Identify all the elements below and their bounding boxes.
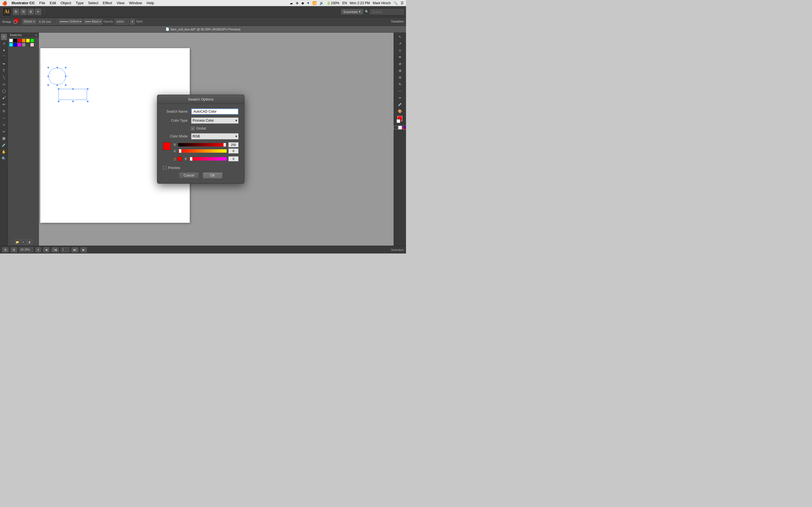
fill-stroke-boxes — [13, 18, 21, 25]
slider-section: R G — [173, 142, 239, 154]
right-select-tool[interactable]: ↖ — [397, 34, 403, 40]
gradient-tool[interactable]: ▦ — [1, 135, 7, 142]
direct-select-tool[interactable]: ↗ — [1, 41, 7, 47]
grid-btn[interactable]: ⊞ — [28, 9, 34, 15]
stroke-style-dropdown[interactable]: Basic ▾ — [84, 19, 102, 24]
menu-view[interactable]: View — [117, 1, 124, 5]
menu-hamburger-icon[interactable]: ☰ — [401, 1, 404, 5]
arrange-btn[interactable]: ⊞ — [11, 247, 17, 252]
scale-tool[interactable]: ⤡ — [1, 122, 7, 128]
color-mode-row: Color Mode: RGB ▾ — [163, 133, 239, 139]
blend-tool[interactable]: ∞ — [1, 128, 7, 135]
dialog-overlay: Swatch Options Swatch Name: Color Type: … — [8, 33, 394, 245]
cancel-button[interactable]: Cancel — [179, 172, 199, 179]
gradient-btn[interactable] — [403, 126, 406, 129]
right-eyedrop-tool[interactable]: 💉 — [397, 101, 403, 108]
lasso-tool[interactable]: ⌒ — [1, 54, 7, 60]
menu-object[interactable]: Object — [61, 1, 71, 5]
b-value-input[interactable] — [229, 156, 239, 161]
g-value-input[interactable] — [229, 149, 239, 154]
right-anchor-tool[interactable]: ◇ — [397, 47, 403, 54]
alt-color-box[interactable] — [177, 157, 182, 161]
rect-tool[interactable]: ▭ — [1, 81, 7, 87]
stroke-type-dropdown[interactable]: Uniform ▾ — [58, 19, 83, 24]
color-mode-dropdown[interactable]: RGB ▾ — [191, 133, 239, 139]
menu-search-icon[interactable]: 🔍 — [394, 1, 398, 5]
last-page-btn[interactable]: ▶| — [71, 247, 79, 252]
next-page-btn[interactable]: ▶ — [81, 247, 87, 252]
swatch-name-row: Swatch Name: — [163, 108, 239, 115]
prev-page-btn[interactable]: ◀ — [43, 247, 49, 252]
stroke-swatch[interactable] — [13, 20, 17, 24]
screen-mode-btn[interactable]: ⊞ — [2, 247, 8, 252]
right-rotate-tool[interactable]: ↻ — [397, 81, 403, 87]
color-type-chevron: ▾ — [236, 119, 237, 122]
menu-help[interactable]: Help — [147, 1, 154, 5]
search-icon: 🔍 — [365, 10, 369, 13]
menu-effect[interactable]: Effect — [103, 1, 112, 5]
ok-button[interactable]: OK — [202, 172, 223, 179]
first-page-btn[interactable]: |◀ — [52, 247, 59, 252]
swatch-name-input[interactable] — [191, 108, 239, 115]
right-pen-tool[interactable]: ✒ — [397, 54, 403, 60]
g-slider-track[interactable] — [178, 149, 227, 153]
menu-username: Mark Hirsch — [373, 1, 391, 5]
right-zoom-in-tool[interactable]: ⊕ — [397, 68, 403, 74]
type-tool[interactable]: T — [1, 68, 7, 74]
browse-in-bridge-btn[interactable]: Br — [13, 9, 19, 15]
right-color-btn[interactable]: 🎨 — [397, 108, 403, 114]
canvas-area: Swatches ≡ 📁 + — [8, 33, 394, 245]
menu-window[interactable]: Window — [129, 1, 142, 5]
apple-menu[interactable]: 🍎 — [2, 1, 7, 5]
essentials-button[interactable]: Essentials ▾ — [341, 9, 363, 14]
menu-edit[interactable]: Edit — [50, 1, 56, 5]
reflect-tool[interactable]: ↔ — [1, 115, 7, 121]
b-slider-track[interactable] — [189, 157, 227, 161]
b-slider-thumb[interactable] — [190, 157, 193, 161]
opacity-arrow[interactable]: ▾ — [130, 19, 135, 24]
menu-bluetooth-icon: ✦ — [307, 1, 310, 5]
right-direct-tool[interactable]: ↗ — [397, 41, 403, 47]
pen-btn[interactable]: ✒ — [35, 9, 41, 15]
menu-illustrator[interactable]: Illustrator CC — [11, 1, 35, 5]
white-fill-btn[interactable] — [398, 126, 402, 129]
magic-wand-tool[interactable]: ✦ — [1, 47, 7, 54]
selection-tool[interactable]: ↖ — [1, 34, 7, 40]
zoom-input[interactable] — [19, 247, 33, 252]
menu-file[interactable]: File — [39, 1, 45, 5]
transform-label[interactable]: Transform — [391, 20, 404, 23]
global-checkbox[interactable] — [191, 127, 195, 130]
pen-tool[interactable]: ✒ — [1, 61, 7, 67]
page-input[interactable] — [61, 247, 69, 252]
pencil-tool[interactable]: ✏ — [1, 101, 7, 108]
menu-type[interactable]: Type — [75, 1, 84, 5]
eyedropper-tool[interactable]: 💉 — [1, 142, 7, 148]
line-tool[interactable]: ╲ — [1, 74, 7, 80]
menu-select[interactable]: Select — [88, 1, 98, 5]
zoom-dropdown[interactable]: ▾ — [36, 247, 41, 252]
r-slider-thumb[interactable] — [223, 143, 226, 147]
color-type-dropdown[interactable]: Process Color ▾ — [191, 117, 239, 124]
r-slider-track[interactable] — [178, 143, 227, 147]
menu-keyboard: EN — [342, 1, 347, 5]
zoom-tool[interactable]: 🔍 — [1, 156, 7, 162]
main-layout: ↖ ↗ ✦ ⌒ ✒ T ╲ ▭ ◯ 🖌 ✏ ↻ ↔ ⤡ ∞ ▦ 💉 ✋ 🔍 Sw… — [0, 33, 406, 245]
right-erase-tool[interactable]: ⊘ — [397, 61, 403, 67]
stock-btn[interactable]: St — [20, 9, 27, 15]
g-slider-thumb[interactable] — [179, 149, 182, 153]
brush-tool[interactable]: 🖌 — [1, 95, 7, 101]
preview-checkbox[interactable] — [163, 166, 166, 170]
stroke-value-input[interactable] — [38, 19, 57, 24]
ellipse-tool[interactable]: ◯ — [1, 88, 7, 94]
no-fill-btn[interactable] — [394, 126, 398, 129]
search-input[interactable] — [370, 9, 404, 14]
stroke-indicator[interactable] — [396, 119, 401, 123]
r-value-input[interactable] — [229, 142, 239, 147]
right-mirror-tool[interactable]: ↔ — [397, 88, 403, 94]
right-blend-tool[interactable]: ∞ — [397, 95, 403, 101]
right-zoom-out-tool[interactable]: ⊖ — [397, 74, 403, 80]
opacity-input[interactable] — [115, 19, 129, 24]
hand-tool[interactable]: ✋ — [1, 149, 7, 155]
global-label: Global — [196, 126, 206, 130]
rotate-tool[interactable]: ↻ — [1, 108, 7, 114]
